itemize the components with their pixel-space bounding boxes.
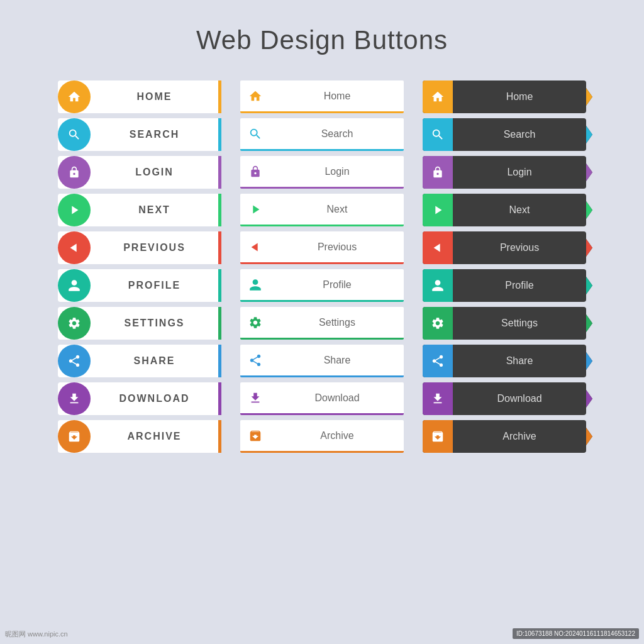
btn-label: NEXT xyxy=(91,204,218,216)
btn-label: Download xyxy=(270,392,404,404)
play-icon xyxy=(240,193,270,226)
btn-archive-s1[interactable]: ARCHIVE xyxy=(58,420,221,453)
archive-icon xyxy=(240,419,270,452)
color-bar xyxy=(218,345,221,377)
btn-label: DOWNLOAD xyxy=(91,393,218,404)
btn-next-s1[interactable]: NEXT xyxy=(58,194,221,226)
btn-login-s3[interactable]: Login xyxy=(423,156,586,189)
color-bar xyxy=(218,231,221,264)
btn-search-s2[interactable]: Search xyxy=(240,118,404,151)
color-bar xyxy=(218,156,221,189)
color-bar xyxy=(218,194,221,226)
btn-download-s1[interactable]: DOWNLOAD xyxy=(58,382,221,415)
btn-label: Login xyxy=(453,167,586,178)
btn-label: Archive xyxy=(453,431,586,442)
btn-label: ARCHIVE xyxy=(91,431,218,442)
back-icon xyxy=(58,231,91,264)
btn-search-s1[interactable]: SEARCH xyxy=(58,118,221,151)
color-bar xyxy=(218,420,221,453)
button-columns: HOME SEARCH LOGIN NEXT xyxy=(58,80,586,453)
btn-login-s2[interactable]: Login xyxy=(240,156,404,189)
color-bar xyxy=(218,307,221,340)
lock-icon xyxy=(58,156,91,189)
btn-download-s2[interactable]: Download xyxy=(240,382,404,415)
back-icon xyxy=(240,231,270,264)
btn-search-s3[interactable]: Search xyxy=(423,118,586,151)
search-icon xyxy=(58,118,91,151)
btn-archive-s3[interactable]: Archive xyxy=(423,420,586,453)
watermark-right: ID:10673188 NO:20240116111814653122 xyxy=(513,628,639,639)
user-icon xyxy=(423,269,453,302)
color-bar xyxy=(218,269,221,302)
btn-label: Share xyxy=(270,355,404,366)
btn-label: SEARCH xyxy=(91,129,218,140)
share-icon xyxy=(240,344,270,377)
search-icon xyxy=(240,118,270,150)
btn-next-s2[interactable]: Next xyxy=(240,194,404,226)
btn-label: Archive xyxy=(270,430,404,441)
back-icon xyxy=(423,231,453,264)
btn-download-s3[interactable]: Download xyxy=(423,382,586,415)
btn-next-s3[interactable]: Next xyxy=(423,194,586,226)
gear-icon xyxy=(58,307,91,340)
btn-home-s1[interactable]: HOME xyxy=(58,80,221,113)
lock-icon xyxy=(240,155,270,188)
archive-icon xyxy=(423,420,453,453)
btn-settings-s2[interactable]: Settings xyxy=(240,307,404,340)
color-bar xyxy=(218,118,221,151)
lock-icon xyxy=(423,156,453,189)
btn-share-s3[interactable]: Share xyxy=(423,345,586,377)
btn-profile-s2[interactable]: Profile xyxy=(240,269,404,302)
play-icon xyxy=(423,194,453,226)
archive-icon xyxy=(58,420,91,453)
btn-settings-s1[interactable]: SETTINGS xyxy=(58,307,221,340)
btn-profile-s3[interactable]: Profile xyxy=(423,269,586,302)
btn-label: SETTINGS xyxy=(91,318,218,329)
btn-label: Settings xyxy=(270,317,404,328)
btn-label: Home xyxy=(270,91,404,102)
btn-label: Next xyxy=(270,204,404,215)
btn-label: Home xyxy=(453,91,586,103)
btn-label: PROFILE xyxy=(91,280,218,291)
btn-label: Login xyxy=(270,166,404,177)
btn-label: Search xyxy=(453,129,586,140)
user-icon xyxy=(58,269,91,302)
btn-login-s1[interactable]: LOGIN xyxy=(58,156,221,189)
btn-label: Search xyxy=(270,128,404,140)
user-icon xyxy=(240,269,270,301)
gear-icon xyxy=(423,307,453,340)
btn-previous-s3[interactable]: Previous xyxy=(423,231,586,264)
play-icon xyxy=(58,194,91,226)
btn-label: Profile xyxy=(453,280,586,291)
btn-label: Settings xyxy=(453,318,586,329)
color-bar xyxy=(218,382,221,415)
gear-icon xyxy=(240,306,270,339)
color-bar xyxy=(218,80,221,113)
btn-label: Next xyxy=(453,204,586,216)
home-icon xyxy=(58,80,91,113)
page-title: Web Design Buttons xyxy=(196,25,448,55)
btn-share-s2[interactable]: Share xyxy=(240,345,404,377)
btn-home-s3[interactable]: Home xyxy=(423,80,586,113)
btn-settings-s3[interactable]: Settings xyxy=(423,307,586,340)
home-icon xyxy=(423,80,453,113)
btn-label: Share xyxy=(453,355,586,367)
btn-profile-s1[interactable]: PROFILE xyxy=(58,269,221,302)
btn-home-s2[interactable]: Home xyxy=(240,80,404,113)
btn-label: Download xyxy=(453,393,586,404)
btn-label: LOGIN xyxy=(91,167,218,178)
download-icon xyxy=(240,382,270,414)
btn-label: Previous xyxy=(453,242,586,253)
share-icon xyxy=(423,345,453,377)
btn-share-s1[interactable]: SHARE xyxy=(58,345,221,377)
column-1: HOME SEARCH LOGIN NEXT xyxy=(58,80,221,453)
column-3: Home Search Login Next xyxy=(423,80,586,453)
btn-label: PREVIOUS xyxy=(91,242,218,253)
btn-archive-s2[interactable]: Archive xyxy=(240,420,404,453)
btn-label: Previous xyxy=(270,242,404,253)
btn-previous-s2[interactable]: Previous xyxy=(240,231,404,264)
home-icon xyxy=(240,80,270,113)
share-icon xyxy=(58,345,91,377)
btn-previous-s1[interactable]: PREVIOUS xyxy=(58,231,221,264)
btn-label: SHARE xyxy=(91,355,218,367)
